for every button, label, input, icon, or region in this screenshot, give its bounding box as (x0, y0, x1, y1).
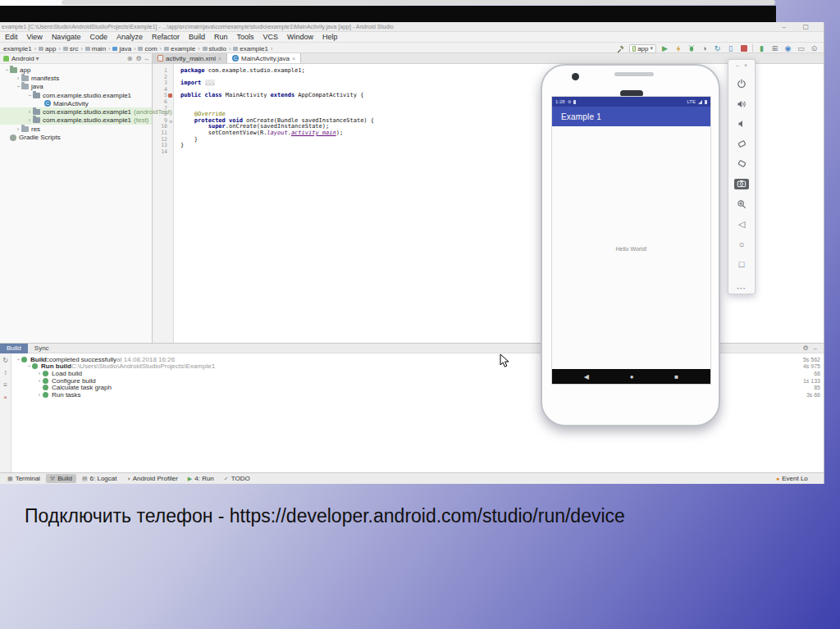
home-button[interactable]: ● (630, 374, 634, 381)
toolwindow-button-build[interactable]: ⚒Build (46, 474, 76, 483)
code-editor[interactable]: 123456789o1011121314 package com.example… (153, 64, 824, 343)
event-log-button[interactable]: ●Event Lo (776, 475, 824, 482)
tree-caret-icon[interactable]: › (36, 392, 43, 398)
breadcrumb-item[interactable]: main (85, 45, 106, 52)
hide-icon[interactable]: – (145, 55, 148, 62)
project-tree-item[interactable]: ›manifests (0, 74, 152, 82)
class-gutter-icon[interactable] (168, 93, 172, 98)
breadcrumb-item[interactable]: com (138, 45, 157, 52)
profiler-doc-icon[interactable]: ▯ (726, 44, 735, 53)
build-tab-sync[interactable]: Sync (28, 344, 56, 353)
tab-mainactivity-java[interactable]: CMainActivity.java× (227, 53, 301, 63)
minimize-button[interactable]: – (783, 23, 786, 30)
menu-build[interactable]: Build (189, 33, 205, 41)
breadcrumb-item[interactable]: src (63, 45, 79, 52)
close-icon[interactable]: × (3, 394, 7, 401)
close-tab-icon[interactable]: × (218, 56, 221, 62)
back-button[interactable]: ◀ (584, 374, 589, 381)
toolwindow-button-android-profiler[interactable]: ◑Android Profiler (122, 474, 181, 483)
menu-code[interactable]: Code (89, 33, 107, 41)
menu-view[interactable]: View (27, 33, 43, 41)
settings-icon[interactable]: ⚙ (802, 344, 808, 352)
build-tab-build[interactable]: Build (0, 344, 28, 353)
profile-icon[interactable]: ◑ (700, 44, 709, 53)
tab-activity_main-xml[interactable]: activity_main.xml× (153, 53, 227, 63)
device-file-explorer-icon[interactable]: ▭ (797, 44, 806, 53)
override-gutter-icon[interactable]: o (169, 118, 172, 125)
app-content[interactable]: Hello World! (552, 126, 710, 369)
tree-caret-icon[interactable]: › (16, 84, 21, 90)
home-button[interactable]: ○ (734, 239, 749, 249)
toolwindow-button-terminal[interactable]: ▦Terminal (3, 474, 44, 483)
stop-button[interactable] (739, 44, 748, 53)
breadcrumb-item[interactable]: studio (203, 45, 226, 52)
menu-tools[interactable]: Tools (237, 33, 254, 41)
tree-caret-icon[interactable]: › (4, 66, 10, 73)
menu-edit[interactable]: Edit (5, 33, 18, 41)
breadcrumb-item[interactable]: java (112, 45, 131, 52)
tree-caret-icon[interactable]: › (15, 75, 21, 81)
menu-window[interactable]: Window (287, 33, 313, 41)
menu-run[interactable]: Run (214, 33, 228, 41)
menu-navigate[interactable]: Navigate (52, 33, 81, 41)
project-tree-item[interactable]: ›com.example.studio.example1(test) (0, 116, 152, 125)
emulator-screen[interactable]: 1:28 ⚙ LTE Example 1 Hello World! ◀ ● ■ (551, 96, 711, 385)
volume-down-button[interactable] (734, 118, 749, 129)
project-tree-item[interactable]: ›res (0, 125, 152, 133)
overview-button[interactable]: ■ (674, 374, 678, 381)
minimize-button[interactable]: – (736, 62, 739, 68)
rerun-icon[interactable]: ↻ (2, 357, 8, 364)
volume-up-button[interactable] (734, 98, 749, 109)
apply-changes-icon[interactable] (673, 44, 682, 53)
project-tree-item[interactable]: CMainActivity (0, 99, 152, 107)
project-tree-item[interactable]: ›com.example.studio.example1(androidTest… (0, 107, 152, 116)
power-button[interactable] (734, 79, 749, 89)
project-tree-item[interactable]: ›com.example.studio.example1 (0, 91, 152, 99)
tree-caret-icon[interactable]: › (26, 363, 32, 370)
vcs-user-icon[interactable]: ◉ (783, 44, 792, 53)
menu-vcs[interactable]: VCS (263, 33, 279, 41)
search-icon[interactable]: ⊙ (810, 44, 819, 53)
filter-icon[interactable]: ≡ (3, 381, 7, 389)
tree-caret-icon[interactable]: › (36, 378, 43, 384)
maximize-button[interactable]: ▢ (802, 23, 809, 30)
screenshot-button[interactable] (734, 179, 749, 189)
breadcrumb-item[interactable]: example1 (233, 45, 268, 52)
avd-manager-icon[interactable]: ▮ (757, 44, 766, 53)
debug-icon[interactable] (687, 44, 696, 53)
build-hammer-icon[interactable] (616, 44, 625, 53)
rotate-left-button[interactable] (734, 139, 749, 149)
menu-help[interactable]: Help (322, 33, 338, 41)
breadcrumb-item[interactable]: app (39, 45, 56, 52)
rotate-right-button[interactable] (734, 158, 749, 169)
project-tree-item[interactable]: Gradle Scripts (0, 133, 152, 141)
menu-refactor[interactable]: Refactor (152, 33, 180, 41)
hide-panel-icon[interactable]: – (814, 344, 817, 352)
tree-caret-icon[interactable]: › (36, 371, 43, 376)
menu-analyze[interactable]: Analyze (116, 33, 143, 41)
breadcrumb-item[interactable]: example (164, 45, 195, 52)
tree-caret-icon[interactable]: › (27, 92, 33, 98)
toolwindow-button-todo[interactable]: ✓TODO (220, 474, 254, 483)
toolwindow-button-6-logcat[interactable]: ▤6: Logcat (78, 474, 121, 483)
close-button[interactable]: × (744, 62, 747, 68)
more-button[interactable]: ⋯ (734, 283, 749, 294)
sdk-manager-icon[interactable]: ⊞ (770, 44, 779, 53)
locate-icon[interactable]: ⊕ (127, 55, 133, 62)
tree-caret-icon[interactable]: › (26, 117, 33, 123)
expand-collapse-icon[interactable]: ↕ (4, 369, 7, 376)
breadcrumb-item[interactable]: example1 (3, 45, 32, 52)
toolwindow-button-4-run[interactable]: ▶4: Run (184, 474, 218, 483)
settings-icon[interactable]: ⚙ (135, 55, 141, 62)
project-tree-item[interactable]: ›java (0, 83, 152, 91)
tree-caret-icon[interactable]: › (26, 109, 33, 115)
tree-caret-icon[interactable]: › (15, 126, 21, 132)
zoom-button[interactable] (734, 198, 749, 209)
project-tree-item[interactable]: ›app (0, 66, 152, 74)
run-icon[interactable]: ▶ (660, 44, 669, 53)
tree-caret-icon[interactable]: › (16, 356, 21, 362)
project-view-selector[interactable]: Android (11, 55, 34, 62)
run-config-dropdown[interactable]: app▾ (629, 44, 656, 53)
close-tab-icon[interactable]: × (292, 56, 295, 62)
back-button[interactable]: ◁ (734, 218, 749, 229)
